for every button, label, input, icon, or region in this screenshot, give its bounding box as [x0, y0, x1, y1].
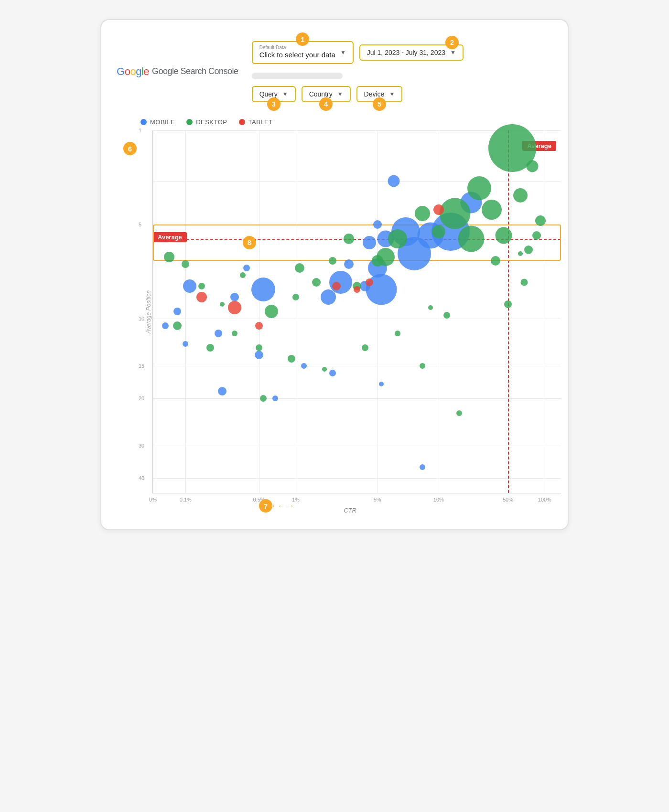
badge-1: 1	[296, 32, 309, 46]
google-logo: Google Google Search Console	[117, 65, 238, 78]
grid-h-1	[153, 181, 561, 182]
grid-h-3	[153, 319, 561, 319]
badge-5: 5	[373, 97, 386, 111]
grid-h-4	[153, 366, 561, 366]
bubble-desktop-15	[432, 225, 445, 238]
bubble-mobile-15	[321, 289, 336, 305]
search-bar	[252, 73, 343, 79]
legend-dot-desktop	[186, 119, 193, 125]
bubble-mobile-12	[344, 259, 354, 269]
bubble-desktop-26	[265, 305, 278, 318]
bubble-tablet-2	[255, 322, 263, 330]
main-card: Google Google Search Console 1 Default D…	[100, 19, 569, 530]
chart-legend: MOBILE DESKTOP TABLET	[140, 118, 552, 126]
bubble-desktop-8	[524, 246, 533, 254]
y-tick-1: 1	[139, 128, 141, 133]
bubble-desktop-42	[420, 363, 425, 369]
avg-label-left: Average	[153, 232, 187, 242]
logo-o1: o	[125, 65, 130, 78]
bubble-desktop-34	[232, 331, 237, 336]
bubble-mobile-8	[373, 220, 382, 229]
bubble-desktop-27	[240, 272, 246, 278]
bubble-mobile-28	[272, 395, 278, 401]
bubble-desktop-37	[322, 367, 327, 372]
bubble-desktop-17	[388, 229, 407, 248]
chart-area: 1 5 10 15 20 30 40 0% 0.1% 0.5% 1% 5% 10…	[152, 130, 561, 493]
grid-h-5	[153, 398, 561, 399]
date-range-arrow: ▼	[450, 49, 456, 56]
chart-container: 6 → Average Position 1	[121, 130, 552, 493]
badge-6: 6	[123, 142, 137, 155]
bubble-mobile-9	[363, 236, 376, 249]
bubble-desktop-38	[362, 344, 368, 351]
legend-label-mobile: MOBILE	[150, 118, 175, 126]
bubble-desktop-2	[467, 176, 491, 200]
bubble-mobile-30	[420, 464, 425, 470]
controls-row2: Query ▼ 3 Country ▼ 4 Device	[252, 86, 403, 110]
grid-v-5	[439, 130, 439, 493]
header-row: Google Google Search Console 1 Default D…	[117, 33, 552, 110]
device-wrapper: Device ▼ 5	[356, 86, 403, 102]
grid-v-4	[378, 130, 378, 493]
y-tick-20: 20	[139, 395, 144, 401]
grid-v-1	[185, 130, 186, 493]
x-tick-0: 0%	[149, 497, 157, 502]
data-selector-wrapper: 1 Default Data Click to select your data…	[252, 41, 354, 64]
logo-e: e	[143, 65, 149, 78]
bubble-desktop-39	[395, 331, 400, 336]
badge-6-area: 6 →	[123, 144, 132, 154]
y-tick-40: 40	[139, 475, 144, 481]
grid-v-2	[259, 130, 259, 493]
data-selector-arrow: ▼	[340, 49, 346, 56]
legend-dot-tablet	[239, 119, 245, 125]
bubble-mobile-26	[329, 370, 336, 376]
legend-label-desktop: DESKTOP	[196, 118, 227, 126]
bubble-desktop-11	[491, 256, 500, 266]
device-arrow: ▼	[389, 91, 395, 97]
x-tick-01: 0.1%	[180, 497, 192, 502]
header-controls: 1 Default Data Click to select your data…	[252, 33, 552, 110]
logo-g: G	[117, 65, 125, 78]
data-selector-label-small: Default Data	[259, 45, 335, 50]
bubble-desktop-29	[198, 283, 205, 289]
bubble-tablet-3	[228, 301, 241, 314]
y-tick-10: 10	[139, 316, 144, 321]
x-axis-label: CTR	[148, 507, 552, 514]
x-tick-5: 5%	[374, 497, 381, 502]
country-label: Country	[309, 90, 333, 98]
y-tick-30: 30	[139, 443, 144, 449]
bubble-desktop-40	[428, 305, 433, 310]
badge-4: 4	[319, 97, 333, 111]
bubble-desktop-9	[496, 227, 512, 244]
bubble-tablet-6	[366, 278, 373, 286]
bubble-desktop-16	[415, 206, 430, 221]
y-axis-label: Average Position	[145, 290, 152, 333]
bubble-desktop-20	[377, 248, 395, 266]
grid-h-7	[153, 478, 561, 479]
bubble-desktop-36	[288, 355, 295, 363]
badge-7: 7	[259, 499, 272, 513]
bubble-mobile-18	[230, 293, 239, 301]
bubble-desktop-3	[439, 198, 470, 229]
data-selector-label-main: Click to select your data	[259, 50, 335, 60]
badge-8: 8	[243, 236, 256, 249]
legend-label-tablet: TABLET	[248, 118, 273, 126]
country-wrapper: Country ▼ 4	[302, 86, 351, 102]
bubble-mobile-19	[183, 279, 196, 293]
bubble-mobile-29	[218, 387, 227, 395]
badge-2: 2	[445, 36, 459, 49]
bubble-desktop-45	[518, 251, 523, 256]
date-range-wrapper: 2 Jul 1, 2023 - July 31, 2023 ▼	[359, 44, 464, 61]
bubble-desktop-4	[482, 200, 502, 220]
badge-3: 3	[267, 97, 281, 111]
logo-o2: o	[130, 65, 136, 78]
bubble-tablet-1	[196, 292, 207, 302]
bubble-tablet-4	[332, 282, 341, 290]
bubble-desktop-31	[164, 252, 174, 262]
bubble-desktop-13	[532, 231, 541, 240]
country-arrow: ▼	[337, 91, 343, 97]
bubble-desktop-21	[344, 234, 354, 244]
bubble-desktop-32	[173, 321, 182, 330]
query-wrapper: Query ▼ 3	[252, 86, 296, 102]
query-label: Query	[259, 90, 278, 98]
